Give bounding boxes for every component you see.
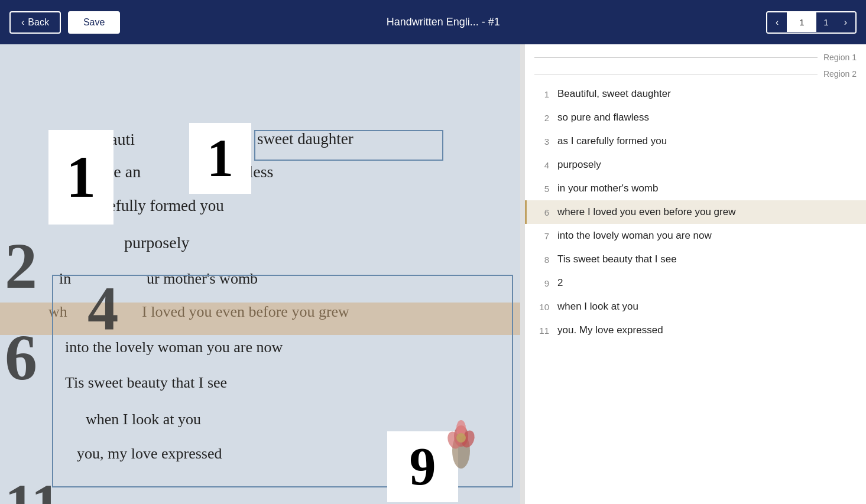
next-page-button[interactable]: › [836,12,855,32]
line-text: Beautiful, sweet daughter [557,88,671,100]
pagination-control: ‹ 1 › [766,11,857,34]
hw-line-4: purposely [124,233,189,252]
line-text: Tis sweet beauty that I see [557,253,677,265]
line-text: 2 [557,277,563,289]
region-2-label: Region 2 [823,69,857,79]
transcript-line[interactable]: 7into the lovely woman you are now [525,224,866,248]
line-number: 11 [536,326,549,336]
header: ‹ Back Save Handwritten Engli... - #1 ‹ … [0,0,866,44]
save-label: Save [83,17,105,27]
overlay-num-1a: 1 [66,148,96,207]
line-text: as I carefully formed you [557,135,667,147]
transcript-line[interactable]: 5in your mother's womb [525,177,866,200]
overlay-num-11: 11 [5,476,60,504]
line-number: 4 [536,160,549,170]
total-pages: 1 [816,12,835,32]
line-number: 9 [536,278,549,288]
line-text: when I look at you [557,301,638,313]
transcript-line[interactable]: 2so pure and flawless [525,106,866,129]
line-text: in your mother's womb [557,183,658,194]
line-number: 7 [536,231,549,241]
transcript-line[interactable]: 3as I carefully formed you [525,129,866,153]
panel-divider [520,44,525,504]
transcript-line[interactable]: 92 [525,271,866,295]
line-number: 6 [536,207,549,217]
white-box-1: 1 [48,130,113,225]
overlay-num-6: 6 [5,325,37,390]
white-box-2: 1 [189,123,251,194]
line-number: 5 [536,184,549,194]
transcript-line[interactable]: 8Tis sweet beauty that I see [525,248,866,271]
transcript-panel: Region 1 Region 2 1Beautiful, sweet daug… [525,44,866,504]
svg-point-5 [456,433,466,443]
flower-image [437,415,485,474]
overlay-num-9: 9 [410,440,436,493]
transcript-line[interactable]: 4purposely [525,153,866,177]
transcript-line[interactable]: 10when I look at you [525,295,866,318]
line-text: you. My love expressed [557,324,663,336]
annotation-box-1 [254,130,443,161]
line-text: so pure and flawless [557,112,649,123]
overlay-num-2: 2 [5,233,37,298]
handwriting-image: 1 1 9 2 4 6 11 Beauti sweet daughter pur… [0,44,520,504]
overlay-num-4: 4 [87,278,119,340]
overlay-num-1b: 1 [207,132,233,185]
transcript-lines: 1Beautiful, sweet daughter2so pure and f… [525,82,866,342]
region-2-header: Region 2 [525,66,866,82]
line-number: 1 [536,89,549,99]
back-arrow-icon: ‹ [21,17,24,28]
main-content: 1 1 9 2 4 6 11 Beauti sweet daughter pur… [0,44,866,504]
prev-page-button[interactable]: ‹ [767,12,787,32]
line-number: 3 [536,136,549,147]
line-number: 10 [536,302,549,312]
transcript-line[interactable]: 1Beautiful, sweet daughter [525,82,866,106]
transcript-line[interactable]: 11you. My love expressed [525,318,866,342]
region-1-label: Region 1 [823,53,857,62]
document-title: Handwritten Engli... - #1 [127,16,759,28]
save-button[interactable]: Save [68,11,120,34]
current-page-input[interactable] [787,12,816,32]
line-text: into the lovely woman you are now [557,230,712,242]
transcript-line[interactable]: 6where I loved you even before you grew [525,200,866,224]
image-panel[interactable]: 1 1 9 2 4 6 11 Beauti sweet daughter pur… [0,44,520,504]
line-text: purposely [557,159,601,171]
line-number: 8 [536,255,549,265]
line-number: 2 [536,113,549,123]
back-label: Back [28,17,49,28]
region-1-header: Region 1 [525,49,866,66]
back-button[interactable]: ‹ Back [9,11,61,34]
line-text: where I loved you even before you grew [557,206,735,218]
